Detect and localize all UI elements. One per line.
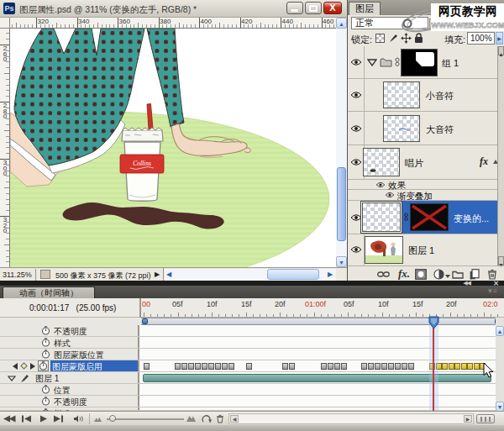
svg-text:Collins: Collins — [133, 160, 151, 167]
